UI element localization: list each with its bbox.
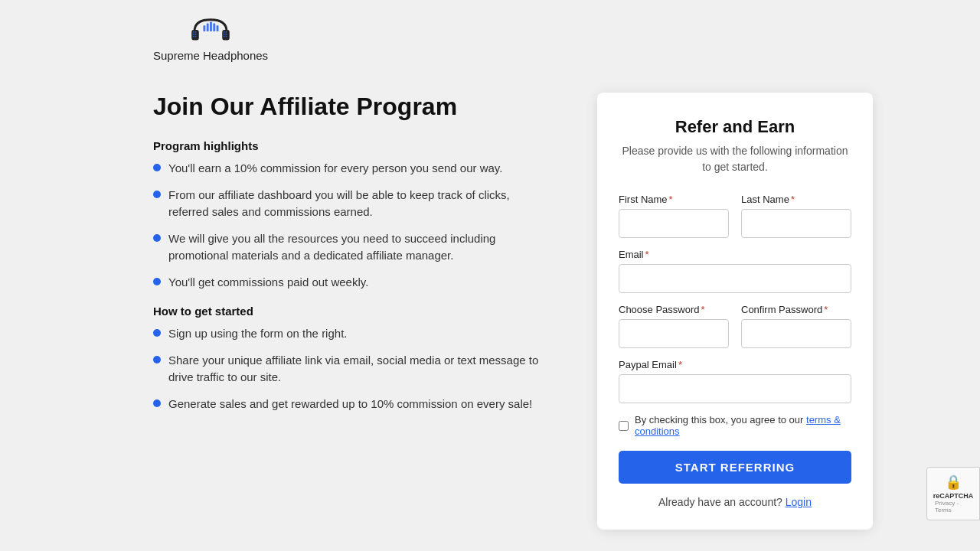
recaptcha-badge: 🔒 reCAPTCHA Privacy - Terms [926,467,980,520]
bullet-dot [153,278,161,285]
logo: Supreme Headphones [153,15,268,62]
last-name-label: Last Name* [741,194,851,205]
recaptcha-label: reCAPTCHA [933,492,974,500]
svg-rect-16 [210,22,212,31]
password-row: Choose Password* Confirm Password* [619,304,851,348]
choose-password-group: Choose Password* [619,304,729,348]
required-star: * [669,194,673,205]
started-text-2: Share your unique affiliate link via ema… [168,352,551,386]
highlight-text-1: You'll earn a 10% commission for every p… [168,160,502,178]
email-label: Email* [619,249,851,260]
paypal-email-group: Paypal Email* [619,359,851,403]
list-item: We will give you all the resources you n… [153,230,551,265]
paypal-email-label: Paypal Email* [619,359,851,370]
highlights-list: You'll earn a 10% commission for every p… [153,160,551,291]
highlight-text-3: We will give you all the resources you n… [168,230,551,265]
bullet-dot [153,399,161,407]
choose-password-label: Choose Password* [619,304,729,315]
start-referring-button[interactable]: START REFERRING [619,451,851,484]
list-item: From our affiliate dashboard you will be… [153,187,551,221]
terms-checkbox-row: By checking this box, you agree to our t… [619,414,851,437]
started-list: Sign up using the form on the right. Sha… [153,325,551,412]
brand-name: Supreme Headphones [153,49,268,62]
confirm-password-label: Confirm Password* [741,304,851,315]
confirm-password-group: Confirm Password* [741,304,851,348]
list-item: Sign up using the form on the right. [153,325,551,343]
email-input[interactable] [619,264,851,293]
list-item: Generate sales and get rewarded up to 10… [153,396,551,413]
required-star: * [645,249,649,260]
page-title: Join Our Affiliate Program [153,93,551,121]
email-group: Email* [619,249,851,293]
svg-rect-6 [193,36,194,37]
svg-rect-8 [224,31,225,33]
form-card: Refer and Earn Please provide us with th… [597,93,873,530]
confirm-password-input[interactable] [741,319,851,348]
svg-rect-13 [226,36,227,37]
required-star: * [701,304,705,315]
first-name-label: First Name* [619,194,729,205]
paypal-email-input[interactable] [619,374,851,403]
svg-rect-7 [195,36,197,37]
svg-rect-14 [204,25,206,31]
svg-rect-17 [213,23,215,31]
form-subtitle: Please provide us with the following inf… [619,143,851,175]
recaptcha-icon: 🔒 [945,474,962,491]
svg-rect-11 [226,34,227,35]
left-panel: Join Our Affiliate Program Program highl… [153,93,551,422]
last-name-group: Last Name* [741,194,851,238]
form-title: Refer and Earn [619,117,851,137]
svg-rect-18 [217,25,219,31]
right-panel: Refer and Earn Please provide us with th… [597,93,873,530]
svg-rect-12 [224,36,225,37]
section-heading-started: How to get started [153,305,551,318]
section-heading-highlights: Program highlights [153,139,551,152]
recaptcha-sub: Privacy - Terms [935,500,972,514]
svg-rect-10 [224,34,225,35]
name-row: First Name* Last Name* [619,194,851,238]
bullet-dot [153,234,161,242]
list-item: Share your unique affiliate link via ema… [153,352,551,386]
started-text-1: Sign up using the form on the right. [168,325,347,343]
required-star: * [824,304,828,315]
highlight-text-2: From our affiliate dashboard you will be… [168,187,551,221]
started-text-3: Generate sales and get rewarded up to 10… [168,396,532,413]
headphones-icon [188,15,234,46]
first-name-group: First Name* [619,194,729,238]
svg-rect-9 [226,31,227,33]
bullet-dot [153,164,161,171]
choose-password-input[interactable] [619,319,729,348]
svg-rect-3 [195,31,197,33]
required-star: * [791,194,795,205]
svg-rect-5 [195,34,197,35]
svg-rect-2 [193,31,194,33]
svg-rect-15 [207,23,209,31]
terms-checkbox[interactable] [619,421,629,431]
highlight-text-4: You'll get commissions paid out weekly. [168,274,368,292]
list-item: You'll earn a 10% commission for every p… [153,160,551,178]
login-row: Already have an account? Login [619,496,851,508]
login-text: Already have an account? [658,496,782,508]
bullet-dot [153,191,161,198]
bullet-dot [153,356,161,364]
terms-label[interactable]: By checking this box, you agree to our t… [635,414,851,437]
first-name-input[interactable] [619,209,729,238]
last-name-input[interactable] [741,209,851,238]
bullet-dot [153,329,161,337]
svg-rect-4 [193,34,194,35]
login-link[interactable]: Login [786,496,812,508]
list-item: You'll get commissions paid out weekly. [153,274,551,292]
required-star: * [678,359,682,370]
